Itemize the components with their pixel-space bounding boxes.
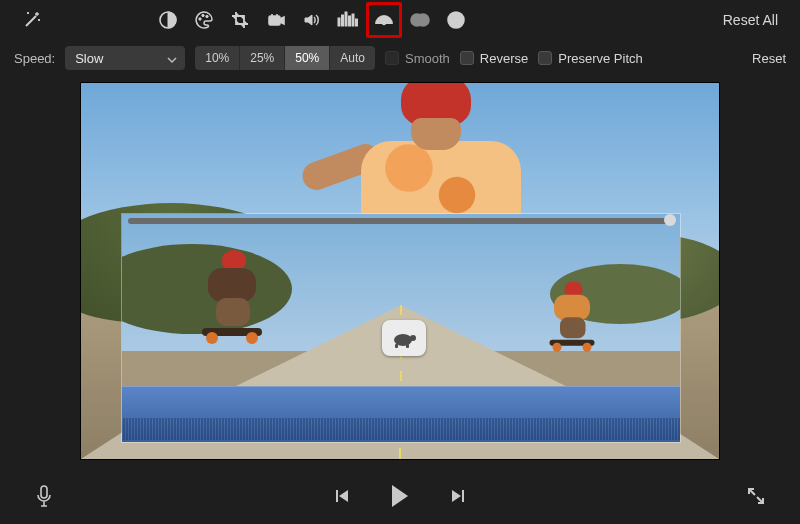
svg-rect-20 [41,486,47,498]
reverse-label: Reverse [480,51,528,66]
reverse-checkbox[interactable]: Reverse [460,51,528,66]
transport-bar [0,468,800,524]
skip-end-icon[interactable] [438,476,478,516]
svg-point-3 [206,15,208,17]
info-icon[interactable] [438,2,474,38]
overlap-circles-icon[interactable] [402,2,438,38]
adjust-toolbar: Reset All [0,0,800,40]
checkbox-box [538,51,552,65]
svg-rect-9 [352,14,354,26]
speed-dropdown[interactable]: Slow [65,46,185,70]
preserve-pitch-checkbox[interactable]: Preserve Pitch [538,51,643,66]
waveform [122,418,680,440]
speed-segments: 10% 25% 50% Auto [195,46,375,70]
smooth-checkbox: Smooth [385,51,450,66]
svg-rect-4 [269,16,280,25]
turtle-icon [382,320,426,356]
speed-seg-auto[interactable]: Auto [330,46,375,70]
speed-dropdown-value: Slow [75,51,103,66]
clip-skater-right [550,281,595,349]
audio-waveform-band[interactable] [122,386,680,442]
volume-icon[interactable] [294,2,330,38]
svg-rect-7 [345,12,347,26]
speed-seg-50[interactable]: 50% [285,46,330,70]
microphone-icon[interactable] [24,476,64,516]
svg-point-17 [410,335,416,341]
clip-skater-left [202,250,262,340]
preserve-pitch-label: Preserve Pitch [558,51,643,66]
speed-seg-10[interactable]: 10% [195,46,240,70]
stabilize-icon[interactable] [258,2,294,38]
svg-point-13 [417,14,429,26]
reset-all-button[interactable]: Reset All [715,8,786,32]
svg-rect-21 [336,490,338,502]
svg-rect-10 [356,19,358,26]
play-icon[interactable] [380,476,420,516]
svg-rect-18 [395,344,398,348]
speed-controls-row: Speed: Slow 10% 25% 50% Auto Smooth Reve… [0,40,800,76]
equalizer-icon[interactable] [330,2,366,38]
svg-rect-5 [338,18,340,26]
svg-rect-22 [462,490,464,502]
clip-handle-dot[interactable] [664,214,676,226]
speed-label: Speed: [14,51,55,66]
checkbox-box [385,51,399,65]
smooth-label: Smooth [405,51,450,66]
svg-point-1 [199,18,201,20]
expand-icon[interactable] [736,476,776,516]
reset-button[interactable]: Reset [746,51,786,66]
svg-rect-6 [342,15,344,26]
palette-icon[interactable] [186,2,222,38]
svg-point-11 [383,22,386,25]
video-viewer[interactable] [80,82,720,460]
magic-wand-icon[interactable] [14,2,50,38]
clip-overlay[interactable] [121,213,681,443]
checkbox-box [460,51,474,65]
svg-rect-8 [349,16,351,26]
svg-point-15 [455,16,457,18]
svg-point-2 [202,14,204,16]
chevron-down-icon [167,53,177,68]
svg-rect-19 [406,344,409,348]
speed-gauge-icon[interactable] [366,2,402,38]
speed-seg-25[interactable]: 25% [240,46,285,70]
clip-top-bar[interactable] [128,218,674,224]
skip-start-icon[interactable] [322,476,362,516]
contrast-icon[interactable] [150,2,186,38]
crop-icon[interactable] [222,2,258,38]
